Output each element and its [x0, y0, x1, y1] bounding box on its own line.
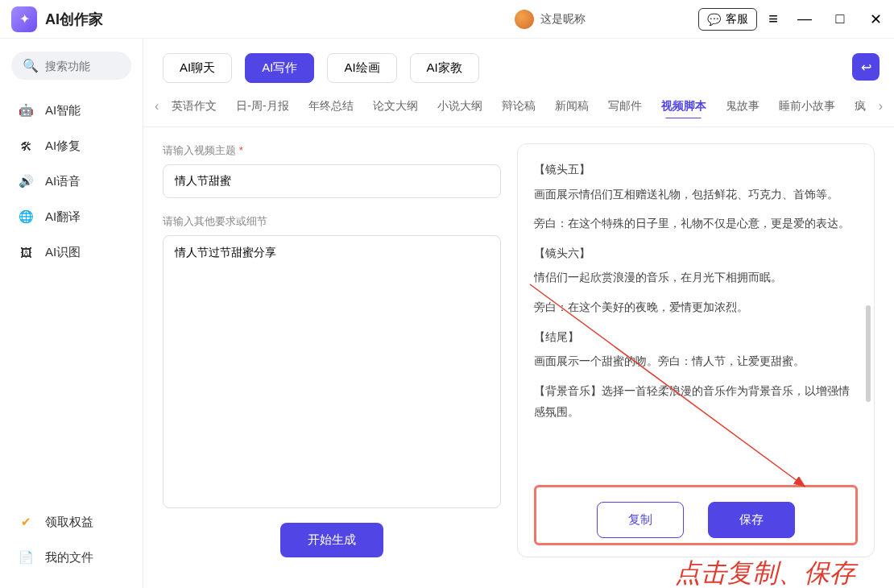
sidebar-item-label: AI翻译: [45, 209, 81, 225]
output-block: 【镜头六】情侣们一起欣赏浪漫的音乐，在月光下相拥而眠。: [534, 242, 858, 288]
output-text: 画面展示一个甜蜜的吻。旁白：情人节，让爱更甜蜜。: [534, 350, 858, 372]
sidebar-item-label: 我的文件: [45, 550, 93, 565]
sidebar-item-files[interactable]: 📄 我的文件: [11, 540, 131, 575]
app-logo: ✦: [11, 6, 37, 32]
category-item[interactable]: 睡前小故事: [779, 99, 835, 114]
category-item[interactable]: 年终总结: [308, 99, 354, 114]
output-heading: 【结尾】: [534, 326, 858, 348]
back-button[interactable]: ↩: [852, 53, 880, 81]
output-block: 【背景音乐】选择一首轻柔浪漫的音乐作为背景音乐，以增强情感氛围。: [534, 380, 858, 423]
sidebar-item-ai-smart[interactable]: 🤖 AI智能: [11, 93, 131, 128]
avatar: [515, 10, 534, 29]
tab-ai-draw[interactable]: AI绘画: [327, 53, 396, 83]
sidebar-item-label: AI智能: [45, 103, 81, 118]
chevron-right-icon[interactable]: ›: [875, 99, 886, 114]
output-pane: 【镜头五】画面展示情侣们互相赠送礼物，包括鲜花、巧克力、首饰等。旁白：在这个特殊…: [517, 143, 875, 557]
user-area[interactable]: 这是昵称: [515, 10, 586, 29]
sidebar-item-label: AI识图: [45, 245, 81, 260]
output-text: 旁白：在这个特殊的日子里，礼物不仅是心意，更是爱的表达。: [534, 213, 858, 234]
details-label: 请输入其他要求或细节: [163, 214, 501, 229]
search-input[interactable]: [45, 60, 120, 72]
output-block: 旁白：在这个特殊的日子里，礼物不仅是心意，更是爱的表达。: [534, 213, 858, 234]
save-button[interactable]: 保存: [708, 502, 795, 538]
sidebar-item-label: 领取权益: [45, 515, 93, 530]
help-button[interactable]: 💬 客服: [698, 8, 757, 31]
chat-icon: 💬: [707, 13, 721, 26]
repair-icon: 🛠: [18, 138, 34, 154]
tab-ai-chat[interactable]: AI聊天: [163, 53, 232, 83]
bot-icon: 🤖: [18, 102, 34, 118]
main-area: 🔍 🤖 AI智能 🛠 AI修复 🔊 AI语音 🌐 AI翻译 🖼 AI识图 ✔ 领…: [0, 39, 894, 588]
sidebar-item-label: AI语音: [45, 174, 81, 189]
output-body[interactable]: 【镜头五】画面展示情侣们互相赠送礼物，包括鲜花、巧克力、首饰等。旁白：在这个特殊…: [534, 159, 858, 477]
action-row: 复制 保存: [534, 485, 858, 545]
category-item[interactable]: 日-周-月报: [236, 99, 288, 114]
category-item[interactable]: 鬼故事: [726, 99, 759, 114]
generate-button[interactable]: 开始生成: [280, 523, 383, 557]
category-item[interactable]: 英语作文: [172, 99, 217, 114]
file-icon: 📄: [18, 549, 34, 565]
output-text: 旁白：在这个美好的夜晚，爱情更加浓烈。: [534, 296, 858, 318]
close-button[interactable]: ✕: [868, 10, 883, 28]
nickname: 这是昵称: [540, 12, 586, 27]
search-box[interactable]: 🔍: [11, 52, 131, 80]
menu-icon[interactable]: ≡: [768, 10, 778, 28]
scrollbar-thumb[interactable]: [866, 305, 871, 402]
chevron-left-icon[interactable]: ‹: [151, 99, 162, 114]
sidebar-item-ai-image[interactable]: 🖼 AI识图: [11, 234, 131, 270]
sidebar-item-ai-repair[interactable]: 🛠 AI修复: [11, 128, 131, 164]
copy-button[interactable]: 复制: [597, 502, 684, 538]
category-item[interactable]: 小说大纲: [437, 99, 482, 114]
content-area: ↩ AI聊天 AI写作 AI绘画 AI家教 ‹ 英语作文日-周-月报年终总结论文…: [143, 39, 894, 588]
category-item[interactable]: 视频脚本: [661, 99, 706, 114]
output-text: 画面展示情侣们互相赠送礼物，包括鲜花、巧克力、首饰等。: [534, 184, 858, 205]
output-block: 旁白：在这个美好的夜晚，爱情更加浓烈。: [534, 296, 858, 318]
sidebar-item-benefits[interactable]: ✔ 领取权益: [11, 504, 131, 540]
category-item[interactable]: 论文大纲: [373, 99, 418, 114]
output-heading: 【镜头五】: [534, 159, 858, 180]
sidebar-item-ai-translate[interactable]: 🌐 AI翻译: [11, 199, 131, 234]
sidebar-item-ai-voice[interactable]: 🔊 AI语音: [11, 164, 131, 199]
category-item[interactable]: 疯: [855, 99, 866, 114]
sidebar: 🔍 🤖 AI智能 🛠 AI修复 🔊 AI语音 🌐 AI翻译 🖼 AI识图 ✔ 领…: [0, 39, 143, 588]
image-icon: 🖼: [18, 244, 34, 260]
tab-ai-write[interactable]: AI写作: [245, 53, 314, 83]
app-title: AI创作家: [45, 10, 103, 29]
category-item[interactable]: 写邮件: [608, 99, 642, 114]
output-text: 【背景音乐】选择一首轻柔浪漫的音乐作为背景音乐，以增强情感氛围。: [534, 380, 858, 423]
category-item[interactable]: 辩论稿: [502, 99, 536, 114]
topic-input[interactable]: [163, 164, 501, 198]
output-block: 【结尾】画面展示一个甜蜜的吻。旁白：情人节，让爱更甜蜜。: [534, 326, 858, 372]
input-pane: 请输入视频主题 * 请输入其他要求或细节 开始生成: [163, 143, 501, 557]
translate-icon: 🌐: [18, 209, 34, 225]
output-heading: 【镜头六】: [534, 242, 858, 264]
voice-icon: 🔊: [18, 173, 34, 189]
tab-ai-tutor[interactable]: AI家教: [410, 53, 479, 83]
help-label: 客服: [726, 12, 748, 27]
output-text: 情侣们一起欣赏浪漫的音乐，在月光下相拥而眠。: [534, 267, 858, 288]
gift-icon: ✔: [18, 514, 34, 530]
details-textarea[interactable]: [163, 235, 501, 508]
topic-label: 请输入视频主题 *: [163, 143, 501, 158]
maximize-button[interactable]: □: [833, 10, 847, 28]
mode-tabs: AI聊天 AI写作 AI绘画 AI家教: [143, 53, 894, 94]
minimize-button[interactable]: —: [797, 10, 812, 28]
titlebar: ✦ AI创作家 这是昵称 💬 客服 ≡ — □ ✕: [0, 0, 894, 39]
category-item[interactable]: 新闻稿: [555, 99, 589, 114]
workspace: 请输入视频主题 * 请输入其他要求或细节 开始生成 【镜头五】画面展示情侣们互相…: [143, 127, 894, 574]
category-scroll: ‹ 英语作文日-周-月报年终总结论文大纲小说大纲辩论稿新闻稿写邮件视频脚本鬼故事…: [143, 94, 894, 127]
output-block: 【镜头五】画面展示情侣们互相赠送礼物，包括鲜花、巧克力、首饰等。: [534, 159, 858, 205]
search-icon: 🔍: [23, 58, 39, 73]
sidebar-item-label: AI修复: [45, 139, 81, 154]
